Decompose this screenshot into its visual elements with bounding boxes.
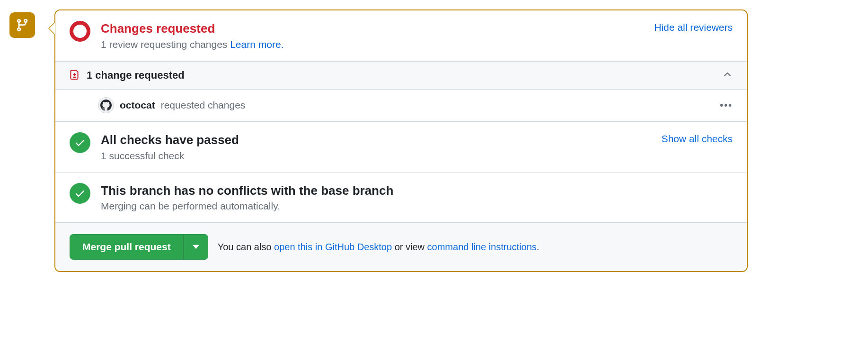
no-conflicts-icon bbox=[70, 183, 90, 204]
footer-text-mid: or view bbox=[392, 242, 427, 252]
checks-passed-icon bbox=[70, 132, 90, 153]
conflicts-section: This branch has no conflicts with the ba… bbox=[55, 172, 747, 223]
conflicts-title: This branch has no conflicts with the ba… bbox=[101, 183, 733, 199]
chevron-up-icon bbox=[722, 69, 733, 80]
learn-more-link[interactable]: Learn more. bbox=[230, 39, 283, 50]
checks-title: All checks have passed bbox=[101, 132, 733, 148]
git-branch-icon bbox=[15, 18, 29, 32]
octocat-avatar-icon bbox=[100, 100, 112, 111]
footer-text-prefix: You can also bbox=[218, 242, 274, 252]
cli-instructions-link[interactable]: command line instructions bbox=[427, 242, 537, 252]
review-subtitle-text: 1 review requesting changes bbox=[101, 39, 230, 50]
open-desktop-link[interactable]: open this in GitHub Desktop bbox=[274, 242, 392, 252]
checks-subtitle: 1 successful check bbox=[101, 150, 733, 162]
hide-reviewers-link[interactable]: Hide all reviewers bbox=[654, 22, 733, 33]
reviewer-menu-button[interactable]: ••• bbox=[720, 100, 733, 110]
reviewer-avatar[interactable] bbox=[98, 97, 114, 113]
merge-footer: Merge pull request You can also open thi… bbox=[55, 223, 747, 271]
review-status-title: Changes requested bbox=[101, 21, 733, 37]
footer-text-suffix: . bbox=[537, 242, 540, 252]
changes-requested-header[interactable]: 1 change requested bbox=[55, 61, 747, 90]
merge-pull-request-button[interactable]: Merge pull request bbox=[70, 234, 184, 260]
conflicts-subtitle: Merging can be performed automatically. bbox=[101, 200, 733, 212]
box-pointer bbox=[48, 22, 55, 35]
review-status-section: Changes requested 1 review requesting ch… bbox=[55, 10, 747, 61]
merge-status-box: Changes requested 1 review requesting ch… bbox=[54, 9, 748, 272]
reviewer-row: octocat requested changes ••• bbox=[55, 90, 747, 122]
check-icon bbox=[74, 188, 86, 199]
check-icon bbox=[74, 137, 86, 148]
checks-section: All checks have passed 1 successful chec… bbox=[55, 122, 747, 172]
review-status-subtitle: 1 review requesting changes Learn more. bbox=[101, 39, 733, 50]
timeline-git-badge bbox=[9, 12, 35, 38]
changes-requested-icon bbox=[70, 21, 90, 42]
merge-options-dropdown[interactable] bbox=[184, 234, 208, 260]
collapse-chevron[interactable] bbox=[722, 69, 733, 82]
file-diff-icon bbox=[70, 68, 80, 82]
changes-requested-count: 1 change requested bbox=[87, 69, 185, 82]
merge-button-group: Merge pull request bbox=[70, 234, 208, 260]
show-checks-link[interactable]: Show all checks bbox=[661, 133, 733, 145]
reviewer-action-text: requested changes bbox=[161, 100, 246, 111]
caret-down-icon bbox=[193, 245, 199, 249]
reviewer-username[interactable]: octocat bbox=[120, 100, 155, 111]
merge-footer-text: You can also open this in GitHub Desktop… bbox=[218, 242, 540, 253]
